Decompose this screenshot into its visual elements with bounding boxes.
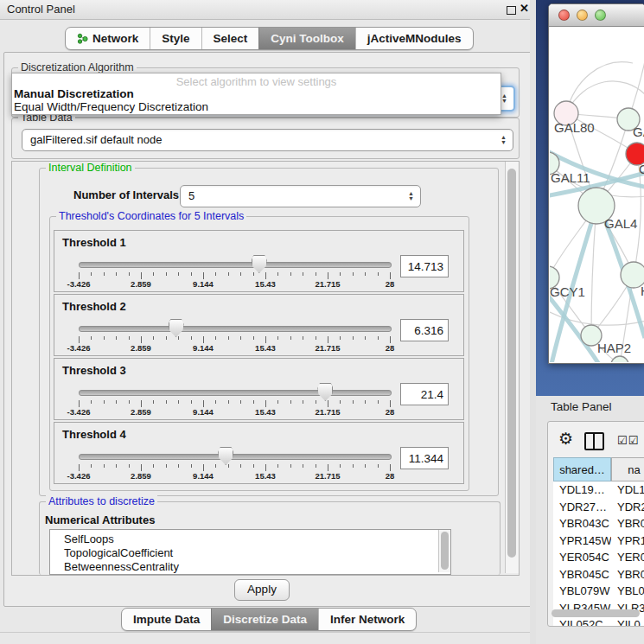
threshold-label: Threshold 2 bbox=[62, 300, 126, 313]
tab-select[interactable]: Select bbox=[201, 28, 259, 49]
scrollbar-thumb[interactable] bbox=[507, 169, 516, 558]
table-cell: YER054C bbox=[553, 549, 611, 566]
table-row[interactable]: YBL079WYBL0 bbox=[553, 583, 644, 600]
threshold-panel-3: Threshold 3-3.4262.8599.14415.4321.71528… bbox=[54, 358, 464, 420]
slider-track[interactable] bbox=[79, 262, 392, 268]
slider-ticks bbox=[79, 464, 390, 471]
threshold-label: Threshold 1 bbox=[62, 236, 126, 249]
attribute-item[interactable]: SelfLoops bbox=[50, 532, 450, 546]
hscroll-thumb[interactable] bbox=[552, 609, 640, 617]
tab-impute-data[interactable]: Impute Data bbox=[122, 609, 211, 630]
table-row[interactable]: YDR27…YDR2 bbox=[553, 499, 644, 516]
table-cell: YBR0 bbox=[611, 515, 644, 532]
table-row[interactable]: YER054CYER0 bbox=[553, 549, 644, 566]
numerical-attributes-label: Numerical Attributes bbox=[45, 513, 155, 526]
horizontal-scrollbar[interactable] bbox=[552, 609, 641, 618]
tab-style[interactable]: Style bbox=[150, 28, 201, 49]
slider-thumb[interactable] bbox=[252, 255, 267, 273]
panel-title: Control Panel bbox=[7, 3, 75, 16]
table-cell: YDR27… bbox=[553, 499, 611, 516]
table-row[interactable]: YBR045CYBR0 bbox=[553, 566, 644, 583]
tab-label: Network bbox=[92, 32, 138, 45]
node-hap2-label: HAP2 bbox=[597, 341, 631, 355]
slider-track[interactable] bbox=[79, 390, 392, 396]
interval-definition-title: Interval Definition bbox=[46, 162, 135, 174]
close-icon[interactable]: ✕ bbox=[520, 2, 529, 15]
table-row[interactable]: YPR145WYPR1 bbox=[553, 532, 644, 550]
slider-ticks bbox=[79, 336, 390, 343]
column-header[interactable]: na bbox=[611, 457, 644, 481]
tab-cyni-toolbox[interactable]: Cyni Toolbox bbox=[258, 28, 355, 49]
tab-network[interactable]: Network bbox=[66, 28, 150, 49]
attributes-group-title: Attributes to discretize bbox=[46, 495, 157, 507]
tab-label: Select bbox=[214, 32, 248, 45]
vertical-scrollbar[interactable] bbox=[505, 162, 519, 573]
numerical-attributes-list[interactable]: SelfLoopsTopologicalCoefficientBetweenne… bbox=[49, 529, 451, 575]
gear-icon[interactable]: ⚙ bbox=[558, 429, 573, 449]
slider-ticks bbox=[79, 400, 390, 407]
slider-tick-labels: -3.4262.8599.14415.4321.71528 bbox=[79, 407, 390, 418]
network-graph: GAL80GACGAL11GAL4GCY1HHAP2 bbox=[550, 27, 644, 362]
table-cell: YBR043C bbox=[553, 515, 611, 532]
attribute-item[interactable]: BetweennessCentrality bbox=[50, 560, 450, 574]
close-traffic-light-icon[interactable] bbox=[558, 10, 570, 21]
table-row[interactable]: YBR043CYBR0 bbox=[553, 515, 644, 532]
table-header-row: shared…na bbox=[553, 457, 644, 481]
node-selected-red-label: C bbox=[639, 162, 644, 176]
slider-tick-labels: -3.4262.8599.14415.4321.71528 bbox=[79, 279, 390, 290]
split-columns-icon[interactable] bbox=[584, 432, 604, 450]
slider-track[interactable] bbox=[79, 454, 392, 460]
network-window-titlebar[interactable] bbox=[549, 4, 644, 27]
threshold-value-field[interactable]: 11.344 bbox=[400, 447, 449, 469]
algorithm-hint: Select algorithm to view settings bbox=[12, 75, 501, 88]
zoom-traffic-light-icon[interactable] bbox=[595, 10, 606, 21]
combo-stepper-icon: ▲▼ bbox=[501, 130, 507, 150]
threshold-label: Threshold 4 bbox=[62, 428, 126, 441]
number-of-intervals-label: Number of Intervals bbox=[73, 188, 179, 201]
float-window-icon[interactable] bbox=[507, 6, 516, 15]
table-cell: YDL1 bbox=[611, 481, 644, 499]
number-of-intervals-combo[interactable]: 5 ▲▼ bbox=[180, 185, 421, 207]
thresholds-group-title: Threshold's Coordinates for 5 Intervals bbox=[56, 210, 246, 222]
threshold-panel-1: Threshold 1-3.4262.8599.14415.4321.71528… bbox=[54, 230, 464, 292]
list-scrollbar-thumb[interactable] bbox=[441, 532, 449, 570]
slider-track[interactable] bbox=[79, 326, 392, 332]
threshold-value-field[interactable]: 14.713 bbox=[400, 255, 449, 277]
table-row[interactable]: YDL19…YDL1 bbox=[553, 481, 644, 499]
list-scrollbar[interactable] bbox=[438, 530, 450, 572]
combo-stepper-icon: ▲▼ bbox=[408, 186, 414, 207]
tab-discretize-data[interactable]: Discretize Data bbox=[211, 609, 318, 630]
threshold-panel-4: Threshold 4-3.4262.8599.14415.4321.71528… bbox=[54, 422, 464, 484]
checked-box-icons[interactable]: ☑☑ bbox=[617, 434, 639, 447]
threshold-value-field[interactable]: 21.4 bbox=[400, 383, 449, 405]
table-cell: YPR145W bbox=[553, 532, 611, 550]
cyni-mode-tabs: Impute DataDiscretize DataInfer Network bbox=[121, 608, 417, 631]
slider-thumb[interactable] bbox=[317, 383, 333, 401]
slider-thumb[interactable] bbox=[169, 319, 184, 337]
threshold-label: Threshold 3 bbox=[62, 364, 126, 377]
tab-jactivemnodules[interactable]: jActiveMNodules bbox=[355, 28, 473, 49]
menu-item-equal-width-frequency[interactable]: Equal Width/Frequency Discretization bbox=[14, 100, 208, 113]
slider-thumb[interactable] bbox=[218, 447, 233, 465]
network-canvas[interactable]: GAL80GACGAL11GAL4GCY1HHAP2 bbox=[550, 27, 644, 362]
node-partial-bottom[interactable] bbox=[611, 356, 628, 362]
node-gcy1-label: GCY1 bbox=[550, 284, 585, 299]
threshold-value-field[interactable]: 6.316 bbox=[400, 319, 449, 341]
tab-label: Discretize Data bbox=[223, 613, 307, 626]
table-cell: YER0 bbox=[611, 549, 644, 566]
node-gal11-label: GAL11 bbox=[551, 170, 590, 185]
table-data-combo-value: galFiltered.sif default node bbox=[30, 133, 162, 146]
tab-label: jActiveMNodules bbox=[367, 32, 462, 45]
screen: Control Panel ✕ NetworkStyleSelectCyni T… bbox=[0, 0, 644, 644]
apply-button[interactable]: Apply bbox=[234, 579, 290, 601]
column-header[interactable]: shared… bbox=[553, 457, 611, 481]
network-window[interactable]: GAL80GACGAL11GAL4GCY1HHAP2 bbox=[548, 3, 644, 364]
attribute-item[interactable]: TopologicalCoefficient bbox=[50, 546, 450, 560]
minimize-traffic-light-icon[interactable] bbox=[577, 10, 588, 21]
tab-infer-network[interactable]: Infer Network bbox=[318, 609, 416, 630]
menu-item-manual-discretization[interactable]: Manual Discretization bbox=[14, 87, 134, 100]
node-partial-right-label: H bbox=[641, 284, 644, 298]
table-data-combo[interactable]: galFiltered.sif default node ▲▼ bbox=[22, 129, 513, 151]
slider-ticks bbox=[79, 272, 390, 279]
node-partial-top-label: GA bbox=[633, 124, 644, 139]
